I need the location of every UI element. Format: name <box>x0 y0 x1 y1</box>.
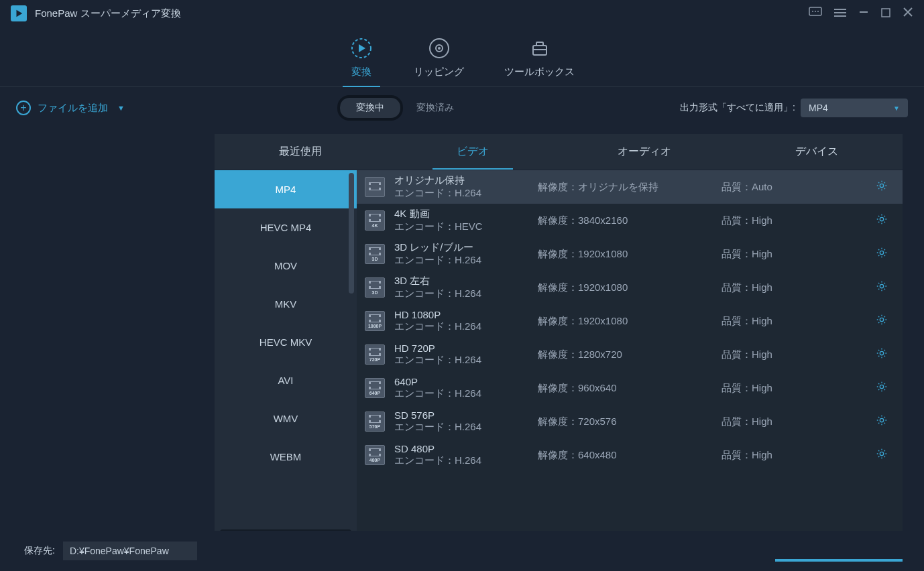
tab-toolbox[interactable]: ツールボックス <box>504 36 575 86</box>
format-item-hevc-mp4[interactable]: HEVC MP4 <box>215 208 357 247</box>
svg-point-27 <box>880 351 883 355</box>
preset-thumb-icon: 480P <box>365 445 385 465</box>
gear-icon[interactable] <box>876 381 889 395</box>
preset-title: オリジナル保持 <box>394 174 528 187</box>
format-item-mkv[interactable]: MKV <box>215 285 357 323</box>
category-tab-3[interactable]: デバイス <box>731 134 903 170</box>
preset-info: 3D 左右エンコード：H.264 <box>394 275 528 300</box>
save-to-path[interactable]: D:¥FonePaw¥FonePaw <box>63 542 197 560</box>
feedback-icon[interactable] <box>809 7 822 21</box>
preset-encode: エンコード：H.264 <box>394 454 528 467</box>
output-format-select[interactable]: MP4 ▼ <box>801 99 908 117</box>
svg-point-16 <box>438 47 441 50</box>
preset-row[interactable]: 720PHD 720Pエンコード：H.264解像度：1280x720品質：Hig… <box>357 338 903 371</box>
preset-info: 4K 動画エンコード：HEVC <box>394 208 528 233</box>
preset-resolution: 解像度：オリジナルを保持 <box>538 181 712 194</box>
progress-bar <box>775 559 903 562</box>
preset-encode: エンコード：H.264 <box>394 187 528 200</box>
preset-row[interactable]: オリジナル保持エンコード：H.264解像度：オリジナルを保持品質：Auto <box>357 170 903 204</box>
status-converting[interactable]: 変換中 <box>340 98 400 118</box>
preset-title: 640P <box>394 376 528 387</box>
preset-row[interactable]: 576PSD 576Pエンコード：H.264解像度：720x576品質：High <box>357 405 903 438</box>
preset-title: HD 720P <box>394 342 528 354</box>
preset-quality: 品質：High <box>721 214 866 227</box>
preset-resolution: 解像度：3840x2160 <box>538 214 712 227</box>
preset-encode: エンコード：H.264 <box>394 320 528 333</box>
svg-rect-9 <box>882 9 890 17</box>
format-item-wmv[interactable]: WMV <box>215 399 357 438</box>
preset-thumb-icon: 3D <box>365 277 385 298</box>
gear-icon[interactable] <box>876 448 889 462</box>
main-tabs: 変換 リッピング ツールボックス <box>0 27 924 87</box>
app-title: FonePaw スーパーメディア変換 <box>35 7 181 20</box>
minimize-button[interactable] <box>858 7 869 21</box>
close-button[interactable] <box>903 7 913 21</box>
preset-row[interactable]: 3D3D レッド/ブルーエンコード：H.264解像度：1920x1080品質：H… <box>357 237 903 271</box>
preset-resolution: 解像度：640x480 <box>538 449 712 462</box>
preset-info: SD 576Pエンコード：H.264 <box>394 409 528 434</box>
preset-row[interactable]: 640P640Pエンコード：H.264解像度：960x640品質：High <box>357 371 903 405</box>
preset-info: HD 720Pエンコード：H.264 <box>394 342 528 367</box>
gear-icon[interactable] <box>876 347 889 362</box>
preset-quality: 品質：High <box>721 382 866 395</box>
preset-encode: エンコード：HEVC <box>394 220 528 233</box>
preset-resolution: 解像度：960x640 <box>538 382 712 395</box>
tab-convert[interactable]: 変換 <box>349 36 373 86</box>
preset-quality: 品質：High <box>721 248 866 261</box>
preset-resolution: 解像度：1920x1080 <box>538 248 712 261</box>
preset-row[interactable]: 1080PHD 1080Pエンコード：H.264解像度：1920x1080品質：… <box>357 304 903 338</box>
footer: 保存先: D:¥FonePaw¥FonePaw <box>0 531 924 571</box>
svg-point-28 <box>880 385 883 388</box>
format-item-webm[interactable]: WEBM <box>215 438 357 476</box>
preset-thumb-icon <box>365 177 385 197</box>
preset-thumb-icon: 4K <box>365 210 385 231</box>
svg-point-29 <box>880 418 883 422</box>
gear-icon[interactable] <box>876 414 889 429</box>
format-panel: 最近使用ビデオオーディオデバイス MP4HEVC MP4MOVMKVHEVC M… <box>215 134 903 562</box>
format-item-mp4[interactable]: MP4 <box>215 170 357 208</box>
svg-point-2 <box>812 11 813 12</box>
format-item-hevc-mkv[interactable]: HEVC MKV <box>215 323 357 361</box>
svg-marker-0 <box>17 10 23 17</box>
preset-resolution: 解像度：720x576 <box>538 416 712 428</box>
svg-point-24 <box>880 251 883 254</box>
category-tab-2[interactable]: オーディオ <box>559 134 731 170</box>
format-item-mov[interactable]: MOV <box>215 247 357 285</box>
preset-row[interactable]: 3D3D 左右エンコード：H.264解像度：1920x1080品質：High <box>357 271 903 304</box>
maximize-button[interactable] <box>881 7 890 21</box>
preset-resolution: 解像度：1920x1080 <box>538 315 712 328</box>
preset-title: 3D 左右 <box>394 275 528 288</box>
preset-row[interactable]: 480PSD 480Pエンコード：H.264解像度：640x480品質：High <box>357 438 903 472</box>
chevron-down-icon[interactable]: ▼ <box>117 104 125 112</box>
gear-icon[interactable] <box>876 314 889 328</box>
menu-icon[interactable] <box>834 7 846 21</box>
preset-quality: 品質：High <box>721 449 866 462</box>
add-file-label: ファイルを追加 <box>38 102 108 115</box>
scrollbar[interactable] <box>349 173 354 294</box>
tab-ripping[interactable]: リッピング <box>414 36 464 86</box>
preset-encode: エンコード：H.264 <box>394 354 528 367</box>
svg-point-4 <box>817 11 819 12</box>
preset-encode: エンコード：H.264 <box>394 254 528 267</box>
tab-toolbox-label: ツールボックス <box>504 66 575 78</box>
svg-point-30 <box>880 452 883 455</box>
preset-quality: 品質：High <box>721 348 866 361</box>
toolbox-icon <box>528 36 552 60</box>
status-done[interactable]: 変換済み <box>403 95 467 121</box>
gear-icon[interactable] <box>876 247 889 261</box>
gear-icon[interactable] <box>876 180 889 194</box>
gear-icon[interactable] <box>876 280 889 295</box>
preset-title: SD 576P <box>394 409 528 421</box>
add-file-button[interactable]: + ファイルを追加 ▼ <box>16 101 125 115</box>
format-item-avi[interactable]: AVI <box>215 361 357 399</box>
output-format-value: MP4 <box>809 103 828 113</box>
category-tab-1[interactable]: ビデオ <box>387 134 559 170</box>
preset-encode: エンコード：H.264 <box>394 421 528 434</box>
preset-encode: エンコード：H.264 <box>394 387 528 400</box>
svg-point-22 <box>880 184 883 187</box>
preset-info: 3D レッド/ブルーエンコード：H.264 <box>394 241 528 267</box>
gear-icon[interactable] <box>876 213 889 228</box>
preset-row[interactable]: 4K4K 動画エンコード：HEVC解像度：3840x2160品質：High <box>357 204 903 237</box>
category-tab-0[interactable]: 最近使用 <box>215 134 387 170</box>
svg-point-23 <box>880 217 883 220</box>
